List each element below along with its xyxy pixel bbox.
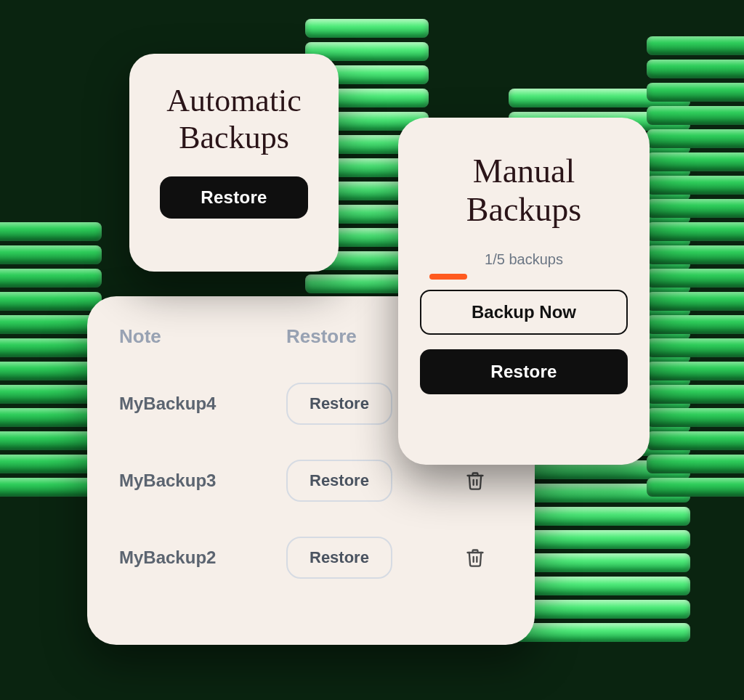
automatic-backups-title: Automatic Backups	[150, 83, 318, 156]
list-row: MyBackup2 Restore	[119, 537, 503, 579]
backup-progress-fill	[429, 274, 467, 280]
backup-note: MyBackup2	[119, 548, 279, 568]
restore-row-button[interactable]: Restore	[286, 460, 392, 502]
restore-row-button[interactable]: Restore	[286, 383, 392, 425]
auto-restore-button[interactable]: Restore	[160, 176, 308, 219]
backup-note: MyBackup3	[119, 471, 279, 491]
manual-restore-button[interactable]: Restore	[420, 349, 628, 394]
bg-stack	[0, 222, 102, 497]
trash-icon[interactable]	[465, 471, 485, 491]
automatic-backups-card: Automatic Backups Restore	[129, 54, 339, 272]
backup-progress-bar	[429, 274, 618, 280]
restore-row-button[interactable]: Restore	[286, 537, 392, 579]
list-header-note: Note	[119, 325, 279, 348]
manual-backups-title: Manual Backups	[424, 152, 623, 229]
backup-now-button[interactable]: Backup Now	[420, 290, 628, 335]
backup-count-text: 1/5 backups	[485, 251, 563, 268]
backup-note: MyBackup4	[119, 394, 279, 414]
trash-icon[interactable]	[465, 548, 485, 568]
bg-stack	[647, 36, 744, 497]
list-row: MyBackup3 Restore	[119, 460, 503, 502]
manual-backups-card: Manual Backups 1/5 backups Backup Now Re…	[398, 118, 650, 465]
